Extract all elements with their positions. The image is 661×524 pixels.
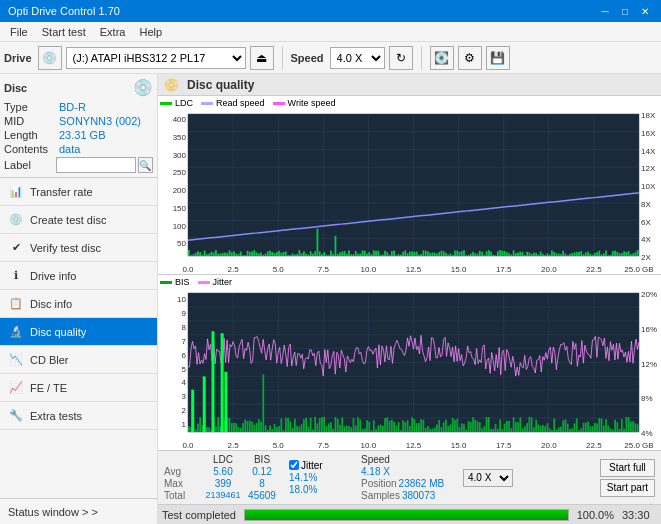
disc-label-input[interactable] bbox=[56, 157, 136, 173]
disc-label-row: Label 🔍 bbox=[4, 157, 153, 173]
maximize-button[interactable]: □ bbox=[617, 3, 633, 19]
top-chart-canvas bbox=[158, 96, 661, 274]
read-speed-legend-label: Read speed bbox=[216, 98, 265, 108]
disc-type-value: BD-R bbox=[59, 101, 86, 113]
title-bar: Opti Drive Control 1.70 ─ □ ✕ bbox=[0, 0, 661, 22]
bis-legend-label: BIS bbox=[175, 277, 190, 287]
nav-item-cd-bler[interactable]: 📉CD Bler bbox=[0, 346, 157, 374]
position-value: 23862 MB bbox=[399, 478, 445, 489]
jitter-header-row: Jitter bbox=[289, 460, 349, 471]
disc-icon-btn[interactable]: 💽 bbox=[430, 46, 454, 70]
ldc-legend-label: LDC bbox=[175, 98, 193, 108]
disc-length-value: 23.31 GB bbox=[59, 129, 105, 141]
disc-label-browse-button[interactable]: 🔍 bbox=[138, 157, 153, 173]
disc-contents-value: data bbox=[59, 143, 80, 155]
samples-row: Samples 380073 bbox=[361, 490, 451, 501]
stats-max-jitter: 18.0% bbox=[289, 484, 349, 495]
window-controls: ─ □ ✕ bbox=[597, 3, 653, 19]
read-speed-legend-color bbox=[201, 102, 213, 105]
stats-header-row: LDC BIS bbox=[164, 454, 277, 465]
write-speed-legend-label: Write speed bbox=[288, 98, 336, 108]
progress-bar-container bbox=[244, 509, 569, 521]
stats-total-row: Total 2139461 45609 bbox=[164, 490, 277, 501]
disc-length-field: Length 23.31 GB bbox=[4, 129, 153, 141]
status-text: Test completed bbox=[162, 509, 236, 521]
stats-max-bis: 8 bbox=[247, 478, 277, 489]
disc-type-field: Type BD-R bbox=[4, 101, 153, 113]
disc-panel-header: Disc 💿 bbox=[4, 78, 153, 97]
drive-icon-btn[interactable]: 💿 bbox=[38, 46, 62, 70]
stats-avg-ldc: 5.60 bbox=[203, 466, 243, 477]
speed-icon-btn[interactable]: ↻ bbox=[389, 46, 413, 70]
status-window-button[interactable]: Status window > > bbox=[0, 498, 157, 524]
nav-label-create-test-disc: Create test disc bbox=[30, 214, 106, 226]
speed-value: 4.18 X bbox=[361, 466, 451, 477]
disc-quality-header: 📀 Disc quality bbox=[158, 74, 661, 96]
disc-length-label: Length bbox=[4, 129, 59, 141]
nav-item-extra-tests[interactable]: 🔧Extra tests bbox=[0, 402, 157, 430]
close-button[interactable]: ✕ bbox=[637, 3, 653, 19]
nav-item-disc-info[interactable]: 📋Disc info bbox=[0, 290, 157, 318]
menu-bar: File Start test Extra Help bbox=[0, 22, 661, 42]
ldc-legend-color bbox=[160, 102, 172, 105]
stats-avg-jitter: 14.1% bbox=[289, 472, 349, 483]
save-icon-btn[interactable]: 💾 bbox=[486, 46, 510, 70]
disc-mid-label: MID bbox=[4, 115, 59, 127]
nav-label-fe-te: FE / TE bbox=[30, 382, 67, 394]
disc-contents-field: Contents data bbox=[4, 143, 153, 155]
progress-bar-fill bbox=[245, 510, 568, 520]
stats-max-row: Max 399 8 bbox=[164, 478, 277, 489]
top-chart: LDC Read speed Write speed bbox=[158, 96, 661, 275]
top-legend: LDC Read speed Write speed bbox=[160, 98, 335, 108]
nav-label-disc-info: Disc info bbox=[30, 298, 72, 310]
stats-speed: Speed 4.18 X Position 23862 MB Samples 3… bbox=[361, 454, 451, 501]
nav-item-drive-info[interactable]: ℹDrive info bbox=[0, 262, 157, 290]
start-full-button[interactable]: Start full bbox=[600, 459, 655, 477]
stats-avg-row: Avg 5.60 0.12 bbox=[164, 466, 277, 477]
nav-icon-transfer-rate: 📊 bbox=[8, 184, 24, 200]
minimize-button[interactable]: ─ bbox=[597, 3, 613, 19]
speed-target-select[interactable]: 4.0 X bbox=[463, 469, 513, 487]
nav-icon-verify-test-disc: ✔ bbox=[8, 240, 24, 256]
nav-icon-drive-info: ℹ bbox=[8, 268, 24, 284]
read-speed-legend-item: Read speed bbox=[201, 98, 265, 108]
bottom-legend: BIS Jitter bbox=[160, 277, 232, 287]
jitter-checkbox[interactable] bbox=[289, 460, 299, 470]
jitter-legend-color bbox=[198, 281, 210, 284]
disc-quality-title: Disc quality bbox=[187, 78, 254, 92]
jitter-legend-item: Jitter bbox=[198, 277, 233, 287]
app-title: Opti Drive Control 1.70 bbox=[8, 5, 120, 17]
nav-item-verify-test-disc[interactable]: ✔Verify test disc bbox=[0, 234, 157, 262]
drive-select[interactable]: (J:) ATAPI iHBS312 2 PL17 bbox=[66, 47, 246, 69]
bottom-chart: BIS Jitter bbox=[158, 275, 661, 450]
write-speed-legend-item: Write speed bbox=[273, 98, 336, 108]
disc-panel-title: Disc bbox=[4, 82, 27, 94]
progress-time: 33:30 bbox=[622, 509, 657, 521]
nav-item-transfer-rate[interactable]: 📊Transfer rate bbox=[0, 178, 157, 206]
bottom-chart-canvas bbox=[158, 275, 661, 450]
nav-item-disc-quality[interactable]: 🔬Disc quality bbox=[0, 318, 157, 346]
nav-item-create-test-disc[interactable]: 💿Create test disc bbox=[0, 206, 157, 234]
nav-label-disc-quality: Disc quality bbox=[30, 326, 86, 338]
start-part-button[interactable]: Start part bbox=[600, 479, 655, 497]
speed-select[interactable]: 4.0 X bbox=[330, 47, 385, 69]
nav-item-fe-te[interactable]: 📈FE / TE bbox=[0, 374, 157, 402]
sidebar: Disc 💿 Type BD-R MID SONYNN3 (002) Lengt… bbox=[0, 74, 158, 524]
settings-icon-btn[interactable]: ⚙ bbox=[458, 46, 482, 70]
disc-mid-field: MID SONYNN3 (002) bbox=[4, 115, 153, 127]
progress-percent: 100.0% bbox=[577, 509, 614, 521]
bis-legend-item: BIS bbox=[160, 277, 190, 287]
menu-extra[interactable]: Extra bbox=[94, 24, 132, 40]
menu-help[interactable]: Help bbox=[133, 24, 168, 40]
disc-mid-value: SONYNN3 (002) bbox=[59, 115, 141, 127]
disc-panel: Disc 💿 Type BD-R MID SONYNN3 (002) Lengt… bbox=[0, 74, 157, 178]
bis-legend-color bbox=[160, 281, 172, 284]
menu-start-test[interactable]: Start test bbox=[36, 24, 92, 40]
nav-label-drive-info: Drive info bbox=[30, 270, 76, 282]
charts-container: LDC Read speed Write speed bbox=[158, 96, 661, 450]
speed-label: Speed bbox=[291, 52, 324, 64]
eject-button[interactable]: ⏏ bbox=[250, 46, 274, 70]
samples-label: Samples bbox=[361, 490, 400, 501]
menu-file[interactable]: File bbox=[4, 24, 34, 40]
stats-total-bis: 45609 bbox=[247, 490, 277, 501]
